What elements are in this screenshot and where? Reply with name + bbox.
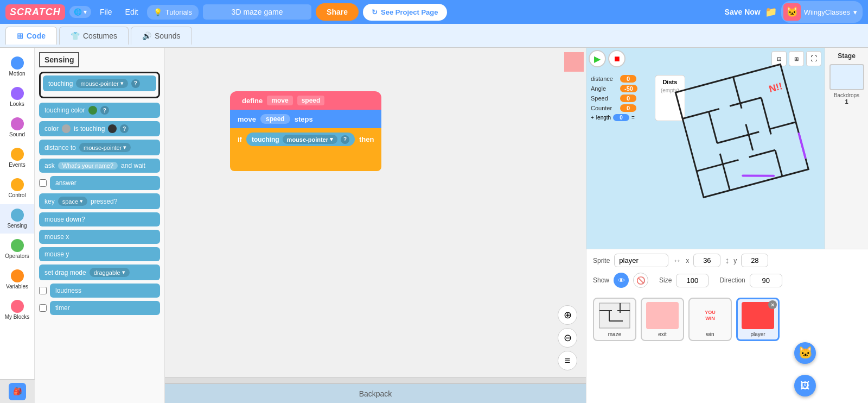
color-swatch-2[interactable]	[62, 124, 71, 133]
zoom-out-button[interactable]: ⊖	[558, 328, 577, 348]
folder-icon-button[interactable]: 📁	[765, 6, 777, 18]
backpack-bar[interactable]: Backpack	[165, 383, 586, 403]
add-sprite-button[interactable]: 🐱	[794, 342, 816, 364]
tutorials-button[interactable]: 💡 Tutorials	[147, 5, 199, 20]
drag-mode-dropdown[interactable]: draggable ▾	[90, 268, 130, 277]
category-sound-label: Sound	[9, 131, 25, 138]
category-operators-label: Operators	[5, 253, 29, 260]
color-is-touching-block[interactable]: color is touching ?	[39, 121, 160, 136]
scratch-logo[interactable]: SCRATCH	[5, 4, 65, 20]
color-swatch[interactable]	[88, 106, 97, 115]
define-arg-speed: speed	[297, 96, 325, 105]
size-input[interactable]	[676, 274, 709, 287]
chevron-down-icon: ▾	[853, 8, 857, 16]
sprite-maze[interactable]: maze	[593, 298, 636, 341]
project-title-input[interactable]	[203, 4, 311, 20]
color-swatch-3[interactable]	[108, 124, 117, 133]
category-sound[interactable]: Sound	[0, 113, 34, 142]
sprite-exit[interactable]: exit	[641, 298, 684, 341]
tab-costumes[interactable]: 👕 Costumes	[59, 27, 129, 45]
length-label: length	[596, 115, 611, 121]
tab-code[interactable]: ⊞ Code	[5, 27, 57, 45]
see-project-button[interactable]: ↻ See Project Page	[363, 4, 447, 21]
language-button[interactable]: 🌐 ▾	[69, 6, 91, 18]
ask-input[interactable]: What's your name?	[58, 162, 118, 169]
svg-text:N!!: N!!	[768, 80, 783, 95]
touching-condition-block[interactable]: touching mouse-pointer ▾ ?	[246, 133, 355, 146]
share-button[interactable]: Share	[316, 3, 359, 21]
timer-block[interactable]: timer	[50, 301, 160, 315]
category-events[interactable]: Events	[0, 143, 34, 173]
if-block-header[interactable]: if touching mouse-pointer ▾ ? then	[230, 128, 381, 146]
y-input[interactable]	[741, 254, 768, 267]
arrow-x-icon: ↔	[673, 256, 681, 266]
mouse-y-block[interactable]: mouse y	[39, 247, 160, 261]
main-area: Motion Looks Sound Events Control Sensin…	[0, 48, 868, 403]
category-control[interactable]: Control	[0, 174, 34, 203]
category-myblocks[interactable]: My Blocks	[0, 295, 34, 325]
lightbulb-icon: 💡	[154, 8, 162, 16]
svg-line-8	[717, 132, 759, 143]
mouse-down-block[interactable]: mouse down?	[39, 212, 160, 226]
category-variables-label: Variables	[6, 284, 28, 290]
answer-checkbox[interactable]	[39, 179, 47, 187]
category-motion[interactable]: Motion	[0, 52, 34, 81]
stage-thumbnail[interactable]	[829, 64, 864, 90]
stage-fullscreen-button[interactable]: ⛶	[806, 51, 821, 66]
timer-checkbox[interactable]	[39, 304, 47, 312]
horizontal-scrollbar[interactable]	[165, 377, 586, 383]
backpack-icon-button[interactable]: 🎒	[9, 383, 26, 400]
touching-dropdown[interactable]: mouse-pointer ▾	[76, 79, 127, 88]
exit-thumb-image	[646, 302, 679, 329]
distance-dropdown[interactable]: mouse-pointer ▾	[79, 143, 131, 152]
user-menu-button[interactable]: 🐱 WiingyClasses ▾	[781, 1, 863, 23]
category-myblocks-label: My Blocks	[5, 314, 30, 320]
key-pressed-block[interactable]: key space ▾ pressed?	[39, 193, 160, 209]
zoom-reset-button[interactable]: ≡	[558, 351, 577, 370]
save-now-button[interactable]: Save Now	[725, 8, 761, 16]
set-drag-mode-block[interactable]: set drag mode draggable ▾	[39, 265, 160, 280]
green-flag-button[interactable]: ▶	[589, 50, 606, 67]
touching-cond-dropdown[interactable]: mouse-pointer ▾	[283, 135, 337, 144]
edit-menu[interactable]: Edit	[121, 5, 143, 18]
distance-to-block[interactable]: distance to mouse-pointer ▾	[39, 140, 160, 155]
sprite-win[interactable]: YOUWIN win	[688, 298, 732, 341]
hide-eye-button[interactable]: 🚫	[633, 273, 648, 288]
category-looks[interactable]: Looks	[0, 83, 34, 112]
sprites-list: maze exit YOUWIN win ✕	[593, 293, 861, 345]
exit-label: exit	[658, 331, 667, 337]
direction-input[interactable]	[750, 274, 782, 287]
tab-sounds[interactable]: 🔊 Sounds	[131, 27, 192, 45]
define-block[interactable]: define move speed	[230, 91, 381, 110]
sprite-player[interactable]: ✕ player	[736, 298, 780, 341]
sprite-delete-button[interactable]: ✕	[768, 300, 777, 309]
category-looks-label: Looks	[10, 101, 24, 108]
move-block[interactable]: move speed steps	[230, 110, 381, 128]
loudness-block[interactable]: loudness	[50, 284, 160, 298]
tab-navigation: ⊞ Code 👕 Costumes 🔊 Sounds	[0, 24, 868, 48]
answer-block[interactable]: answer	[50, 176, 160, 190]
file-menu[interactable]: File	[95, 5, 117, 18]
loudness-checkbox[interactable]	[39, 287, 47, 294]
touching-color-block[interactable]: touching color ?	[39, 103, 160, 118]
mouse-x-block[interactable]: mouse x	[39, 230, 160, 244]
categories-panel: Motion Looks Sound Events Control Sensin…	[0, 48, 35, 403]
add-backdrop-button[interactable]: 🖼	[794, 375, 816, 396]
touching-block[interactable]: touching mouse-pointer ▾ ?	[43, 75, 156, 91]
question-mark: ?	[131, 79, 140, 88]
zoom-in-icon: ⊕	[564, 309, 572, 321]
x-input[interactable]	[693, 254, 720, 267]
ask-block[interactable]: ask What's your name? and wait	[39, 159, 160, 173]
dists-label: Dists	[661, 79, 679, 85]
question-circle: ?	[341, 135, 349, 144]
category-variables[interactable]: Variables	[0, 265, 34, 294]
zoom-in-button[interactable]: ⊕	[558, 305, 577, 325]
stop-button[interactable]: ⏹	[608, 50, 626, 67]
sound-icon: 🔊	[142, 32, 151, 40]
category-sensing[interactable]: Sensing	[0, 204, 34, 234]
category-operators[interactable]: Operators	[0, 235, 34, 264]
sprite-name-input[interactable]	[614, 254, 668, 267]
show-row: Show 👁 🚫 Size Direction	[593, 273, 861, 288]
show-eye-button[interactable]: 👁	[614, 273, 629, 288]
key-dropdown[interactable]: space ▾	[58, 197, 87, 206]
